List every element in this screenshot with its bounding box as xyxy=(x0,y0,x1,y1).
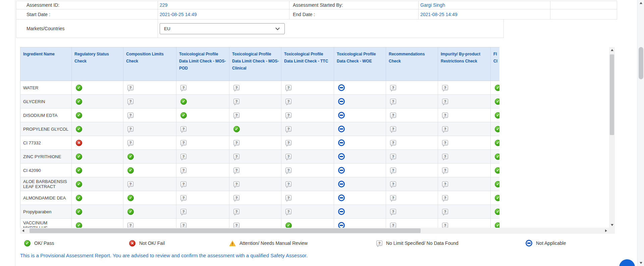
not-applicable-icon xyxy=(338,126,345,132)
scrollbar-corner xyxy=(609,228,615,234)
table-row: GLYCERIN xyxy=(20,95,499,108)
no-data-icon xyxy=(442,113,448,118)
no-data-icon xyxy=(180,181,186,187)
no-data-icon xyxy=(390,181,396,187)
not-applicable-icon xyxy=(338,194,345,201)
table-vertical-scrollbar-thumb[interactable] xyxy=(610,54,614,135)
no-data-icon xyxy=(285,85,291,90)
page-scroll-down-button[interactable] xyxy=(638,260,644,266)
markets-select[interactable]: EU xyxy=(160,23,285,34)
arrow-down-icon xyxy=(611,224,613,226)
column-header: Toxicological Profile Data Limit Check -… xyxy=(229,47,281,81)
status-cell xyxy=(229,95,281,108)
status-cell xyxy=(491,136,499,149)
column-header: Toxicological Profile Data Limit Check -… xyxy=(176,47,229,81)
status-cell xyxy=(123,150,176,163)
status-cell xyxy=(229,108,281,122)
pass-icon xyxy=(495,209,499,215)
arrow-down-icon xyxy=(640,262,642,264)
pass-icon xyxy=(495,181,499,187)
no-data-icon xyxy=(442,209,448,214)
status-cell xyxy=(281,191,334,205)
status-cell xyxy=(72,205,123,218)
status-cell xyxy=(123,177,176,191)
status-cell xyxy=(176,191,229,205)
end-date-value[interactable]: 2021-08-25 14:49 xyxy=(419,9,550,19)
pass-icon xyxy=(76,195,82,201)
no-data-icon xyxy=(180,85,186,90)
arrow-left-icon xyxy=(22,229,24,232)
markets-cell: EU xyxy=(158,19,504,38)
no-data-icon xyxy=(442,195,448,201)
status-cell xyxy=(123,122,176,136)
legend-item: No Limit Specified/ No Data Found xyxy=(376,239,459,247)
table-scroll-up-button[interactable] xyxy=(609,47,615,53)
table-row: ALOE BARBADENSIS LEAF EXTRACT xyxy=(20,177,499,191)
status-cell xyxy=(438,136,491,149)
no-data-icon xyxy=(442,168,448,173)
table-row: PROPYLENE GLYCOL xyxy=(20,122,499,136)
status-cell xyxy=(123,164,176,177)
not-applicable-icon xyxy=(338,181,345,187)
fail-icon xyxy=(129,240,136,247)
status-cell xyxy=(438,95,491,108)
table-horizontal-scrollbar-thumb[interactable] xyxy=(30,228,421,233)
results-table: Ingredient NameRegulatory Status CheckCo… xyxy=(20,47,499,228)
not-applicable-icon xyxy=(338,84,345,91)
end-date-label: End Date : xyxy=(289,9,419,19)
no-data-icon xyxy=(127,85,133,90)
status-cell xyxy=(386,205,438,218)
status-cell xyxy=(334,164,386,177)
not-applicable-icon xyxy=(338,153,345,160)
table-scroll-right-button[interactable] xyxy=(603,228,609,234)
status-cell xyxy=(281,164,334,177)
no-data-icon xyxy=(127,99,133,104)
no-data-icon xyxy=(390,168,396,173)
no-data-icon xyxy=(233,99,239,104)
status-cell xyxy=(229,164,281,177)
table-vertical-scrollbar[interactable] xyxy=(609,47,615,228)
markets-selected-value: EU xyxy=(164,26,170,31)
status-cell xyxy=(438,81,491,94)
pass-icon xyxy=(495,222,499,228)
no-data-icon xyxy=(233,113,239,118)
fail-icon xyxy=(76,140,82,146)
status-cell xyxy=(491,122,499,136)
status-cell xyxy=(491,205,499,218)
pass-icon xyxy=(76,112,82,119)
table-horizontal-scrollbar[interactable] xyxy=(20,228,609,234)
table-scroll-down-button[interactable] xyxy=(609,222,615,228)
column-header: Fl Cl xyxy=(491,47,499,81)
status-cell xyxy=(176,95,229,108)
status-cell xyxy=(72,177,123,191)
status-cell xyxy=(386,191,438,205)
floating-action-button[interactable] xyxy=(619,259,635,266)
pass-icon xyxy=(495,140,499,146)
status-cell xyxy=(438,122,491,136)
table-row: DISODIUM EDTA xyxy=(20,108,499,122)
pass-icon xyxy=(495,112,499,119)
pass-icon xyxy=(127,209,134,215)
pass-icon xyxy=(24,240,31,247)
pass-icon xyxy=(76,153,82,160)
page-scroll-up-button[interactable] xyxy=(638,0,644,6)
start-date-value[interactable]: 2021-08-25 14:49 xyxy=(158,9,289,19)
pass-icon xyxy=(180,112,187,119)
status-cell xyxy=(229,191,281,205)
table-row: VACCINIUM MYRTILLUS xyxy=(20,219,499,228)
assessment-id-value[interactable]: 229 xyxy=(158,1,289,9)
markets-countries-label: Markets/Countries xyxy=(16,19,158,38)
table-scroll-left-button[interactable] xyxy=(20,228,26,234)
table-row: Propylparaben xyxy=(20,205,499,219)
no-data-icon xyxy=(180,168,186,173)
assessment-started-by-value[interactable]: Gargi Singh xyxy=(419,1,550,9)
status-cell xyxy=(438,108,491,122)
no-data-icon xyxy=(285,154,291,159)
pass-icon xyxy=(76,126,82,132)
page-scrollbar[interactable] xyxy=(637,0,644,266)
status-cell xyxy=(334,95,386,108)
column-header: Recommendations Check xyxy=(386,47,438,81)
page-scrollbar-thumb[interactable] xyxy=(639,47,643,79)
table-row: ZINC PYRITHIONE xyxy=(20,150,499,164)
legend-item: Attention/ Needs Manual Review xyxy=(229,239,308,247)
